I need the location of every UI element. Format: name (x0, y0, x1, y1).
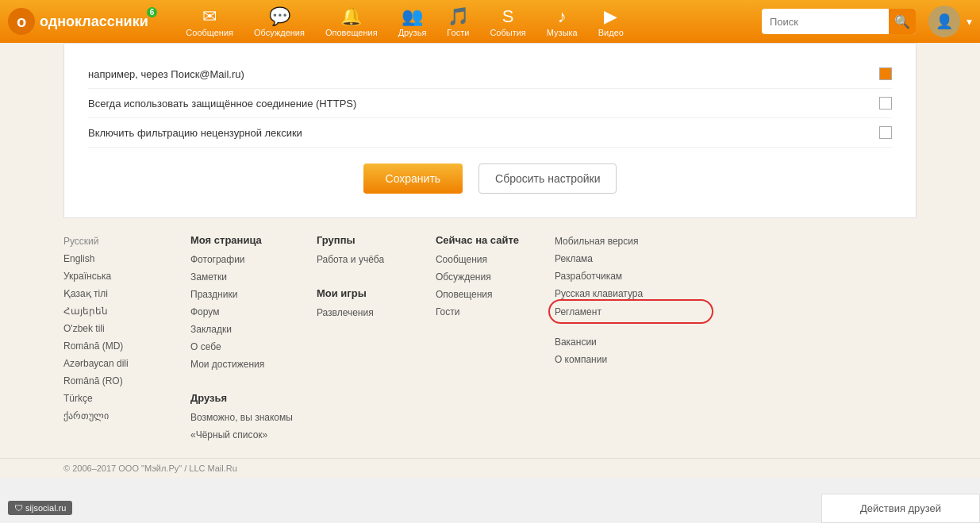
lang-turkish[interactable]: Türkçe (63, 391, 167, 406)
nav-music-label: Музыка (547, 28, 578, 37)
footer-mygames-entertainment[interactable]: Развлечения (317, 306, 412, 320)
lang-english[interactable]: English (63, 252, 167, 266)
logo-text: одноклассники (40, 13, 148, 30)
nav-friends-label: Друзья (398, 28, 427, 37)
footer-bottom: © 2006–2017 ООО "Мэйл.Ру" / LLC Mail.Ru (0, 458, 980, 478)
footer-mygames-title: Мои игры (317, 287, 412, 299)
settings-row-0-checkbox[interactable] (879, 67, 892, 80)
footer-ads[interactable]: Реклама (555, 252, 674, 266)
copyright-text: © 2006–2017 ООО "Мэйл.Ру" / LLC Mail.Ru (63, 463, 237, 473)
nav-events[interactable]: S События (480, 3, 535, 40)
messages-icon: ✉ (202, 6, 217, 27)
nav-discussions-label: Обсуждения (254, 28, 305, 37)
footer-col-more: Мобильная версия Реклама Разработчикам Р… (555, 234, 674, 442)
lang-kazakh[interactable]: Қазақ тілі (63, 286, 167, 301)
lang-georgian[interactable]: ქართული (63, 409, 167, 423)
lang-armenian[interactable]: Հայերեն (63, 304, 167, 318)
footer-col-now: Сейчас на сайте Сообщения Обсуждения Опо… (436, 234, 531, 442)
nav-items: ✉ Сообщения 💬 Обсуждения 🔔 Оповещения 👥 … (176, 3, 757, 40)
footer-now-messages[interactable]: Сообщения (436, 252, 531, 267)
footer-col-mypage: Моя страница Фотографии Заметки Праздник… (190, 234, 293, 442)
footer-friends-blacklist[interactable]: «Чёрный список» (190, 428, 293, 442)
lang-russian[interactable]: Русский (63, 234, 167, 248)
nav-messages[interactable]: ✉ Сообщения (176, 3, 243, 40)
nav-guests[interactable]: 🎵 Гости (437, 3, 478, 40)
nav-video-label: Видео (598, 28, 624, 37)
top-navigation: о одноклассники 6 ✉ Сообщения 💬 Обсужден… (0, 0, 980, 43)
friends-icon: 👥 (402, 6, 423, 27)
footer-mypage-title: Моя страница (190, 234, 293, 246)
nav-alerts[interactable]: 🔔 Оповещения (316, 3, 387, 40)
lang-romanian-ro[interactable]: Română (RO) (63, 374, 167, 388)
nav-music[interactable]: ♪ Музыка (537, 3, 587, 40)
footer-mobile[interactable]: Мобильная версия (555, 234, 674, 248)
search-button[interactable]: 🔍 (889, 9, 916, 34)
avatar[interactable]: 👤 (928, 6, 960, 37)
guests-icon: 🎵 (448, 6, 469, 27)
footer-mypage-about[interactable]: О себе (190, 340, 293, 354)
video-icon: ▶ (604, 6, 617, 27)
footer-company[interactable]: О компании (555, 352, 674, 367)
settings-row-0: например, через Поиск@Mail.ru) (88, 60, 892, 89)
reset-button[interactable]: Сбросить настройки (478, 163, 617, 194)
music-icon: ♪ (558, 6, 567, 27)
site-logo[interactable]: о одноклассники 6 (8, 8, 163, 35)
footer-languages: Русский English Українська Қазақ тілі Հա… (63, 234, 167, 442)
lang-azerbaijani[interactable]: Azərbaycan dili (63, 356, 167, 371)
footer-now-discussions[interactable]: Обсуждения (436, 270, 531, 284)
watermark: 🛡 sijsocial.ru (8, 501, 72, 515)
footer-now-alerts[interactable]: Оповещения (436, 287, 531, 302)
footer-mypage-bookmarks[interactable]: Закладки (190, 322, 293, 336)
discussions-icon: 💬 (269, 6, 290, 27)
footer-mypage-photos[interactable]: Фотографии (190, 252, 293, 267)
footer-mypage-notes[interactable]: Заметки (190, 270, 293, 284)
settings-row-2-label: Включить фильтрацию нецензурной лексики (88, 127, 302, 139)
footer-developers[interactable]: Разработчикам (555, 269, 674, 283)
friends-action-label: Действия друзей (860, 502, 941, 514)
footer-now-guests[interactable]: Гости (436, 305, 531, 319)
friends-action-panel[interactable]: Действия друзей (821, 494, 980, 523)
footer-vacancies[interactable]: Вакансии (555, 335, 674, 349)
nav-events-label: События (490, 28, 525, 37)
footer-now-title: Сейчас на сайте (436, 234, 531, 246)
settings-row-0-label: например, через Поиск@Mail.ru) (88, 68, 244, 80)
watermark-icon: 🛡 (14, 503, 23, 513)
settings-row-2-checkbox[interactable] (879, 126, 892, 139)
nav-discussions[interactable]: 💬 Обсуждения (244, 3, 314, 40)
footer-groups-title: Группы (317, 234, 412, 246)
nav-video[interactable]: ▶ Видео (589, 3, 633, 40)
settings-row-1-checkbox[interactable] (879, 97, 892, 110)
settings-buttons: Сохранить Сбросить настройки (88, 148, 892, 202)
watermark-text: sijsocial.ru (25, 503, 66, 513)
footer-keyboard[interactable]: Русская клавиатура (555, 286, 674, 301)
footer-mypage-forum[interactable]: Форум (190, 305, 293, 319)
footer-col-groups: Группы Работа и учёба Мои игры Развлечен… (317, 234, 412, 442)
nav-guests-label: Гости (447, 28, 469, 37)
lang-ukrainian[interactable]: Українська (63, 269, 167, 283)
avatar-dropdown-icon[interactable]: ▾ (967, 15, 972, 28)
footer-mypage-holidays[interactable]: Праздники (190, 287, 293, 302)
footer-reglament-wrap: Регламент (555, 304, 674, 319)
lang-romanian-md[interactable]: Română (MD) (63, 339, 167, 353)
settings-panel: например, через Поиск@Mail.ru) Всегда ис… (63, 43, 917, 218)
nav-alerts-label: Оповещения (325, 28, 378, 37)
footer: Русский English Українська Қазақ тілі Հա… (0, 218, 980, 458)
search-input[interactable] (762, 16, 889, 28)
nav-messages-label: Сообщения (186, 28, 233, 37)
footer-friends-maybe[interactable]: Возможно, вы знакомы (190, 410, 293, 425)
footer-mypage-achievements[interactable]: Мои достижения (190, 357, 293, 371)
alerts-icon: 🔔 (340, 6, 362, 27)
settings-row-1: Всегда использовать защищённое соединени… (88, 89, 892, 118)
footer-groups-work[interactable]: Работа и учёба (317, 252, 412, 267)
settings-row-1-label: Всегда использовать защищённое соединени… (88, 98, 356, 110)
footer-friends-title: Друзья (190, 392, 293, 404)
logo-icon: о (8, 8, 35, 35)
nav-friends[interactable]: 👥 Друзья (389, 3, 436, 40)
footer-reglament[interactable]: Регламент (555, 306, 601, 317)
lang-uzbek[interactable]: O'zbek tili (63, 321, 167, 336)
settings-section: например, через Поиск@Mail.ru) Всегда ис… (0, 43, 980, 218)
settings-row-2: Включить фильтрацию нецензурной лексики (88, 118, 892, 148)
notification-badge: 6 (147, 7, 158, 17)
search-box: 🔍 (762, 9, 916, 34)
save-button[interactable]: Сохранить (363, 163, 463, 194)
